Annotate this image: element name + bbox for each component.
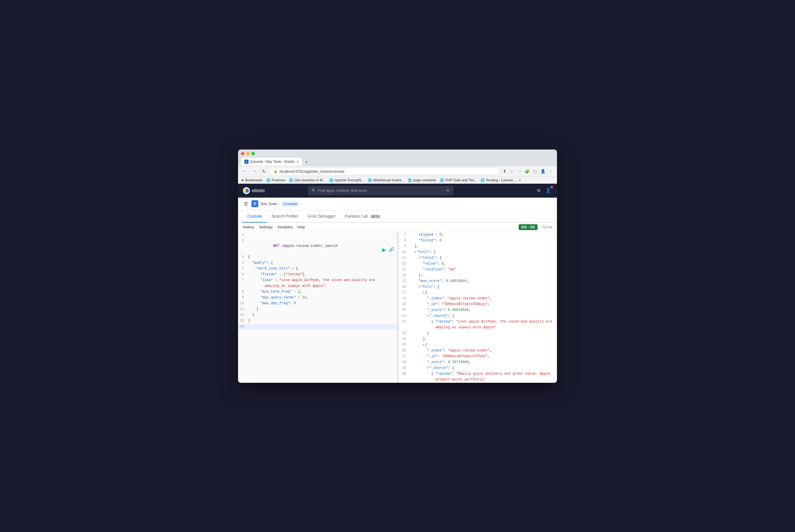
new-tab-button[interactable]: + [303, 158, 310, 166]
output-line-content-23: } [409, 330, 557, 336]
output-line-num-11: 11 [399, 255, 409, 261]
user-menu-button[interactable]: 👤 [544, 187, 552, 194]
bookmark-laravel[interactable]: 🌐 Routing - Laravel... [480, 178, 515, 182]
line-content-13: } [247, 318, 397, 324]
extensions-button[interactable]: ⋯ [516, 168, 522, 175]
tab-search-profiler[interactable]: Search Profiler [267, 210, 303, 223]
bookmark-button[interactable]: ☆ [509, 168, 515, 175]
minimize-window-button[interactable] [246, 152, 249, 155]
output-line-content-22b: amazing as always with Apple" [409, 325, 557, 330]
output-line-num-12: 12 [399, 261, 409, 267]
bookmark-more[interactable]: » [519, 178, 521, 182]
bookmark-tomcat[interactable]: 🌐 Apache Tomcat/5... [329, 178, 365, 182]
line-num-4: 4 [238, 260, 247, 266]
tab-console[interactable]: Console [243, 210, 267, 223]
menu-button[interactable]: ⋮ [548, 168, 554, 175]
output-line-num-7: 7 [399, 232, 409, 238]
bookmark-page-container[interactable]: 🌐 page-container [408, 178, 436, 182]
line-content-5: "more_like_this" : { [247, 266, 397, 271]
bookmark-countries[interactable]: 🌐 Get countries in M... [289, 178, 325, 182]
tab-close-button[interactable]: × [296, 159, 299, 164]
output-line-num-15: 15 [399, 279, 409, 284]
elastic-app: elastic 🔍 Find apps, content, and more. … [238, 184, 557, 383]
browser-tab-active[interactable]: E Console - Dev Tools - Elastic × [241, 158, 302, 166]
bookmark-warehouse-label: Warehouse Invent... [373, 178, 404, 182]
tab-painless-lab[interactable]: Painless Lab BETA [340, 210, 386, 223]
output-line-content-8: "failed": 0 [409, 238, 557, 243]
tab-grok-debugger[interactable]: Grok Debugger [303, 210, 340, 223]
hamburger-button[interactable]: ☰ [243, 200, 249, 208]
tab-bar: E Console - Dev Tools - Elastic × + [241, 158, 554, 166]
output-line-19: 19 "_id": "7DHbkosBIYeptuTSNkzy", [399, 302, 557, 307]
output-line-25: 25 ▼{ [399, 342, 557, 348]
output-line-13: 13 "relation": "eq" [399, 267, 557, 273]
output-line-num-24: 24 [399, 337, 409, 342]
editor-line-2: 2 GET /apple-review-index/_search ▶ 🔗 [238, 238, 397, 255]
output-line-content-25: ▼{ [409, 342, 557, 348]
bookmarks-bar: ★ Bookmarks 🌐 Postman 🌐 Get countries in… [238, 177, 557, 184]
output-line-30b: product works perfectly" [399, 377, 557, 383]
console-toolbar: History Settings Variables Help 200 - OK… [238, 223, 557, 232]
breadcrumb-parent[interactable]: Dev Tools [261, 202, 277, 206]
browser-toolbar: ← → ↻ 🔒 localhost:5701/app/dev_tools#/co… [238, 166, 557, 177]
share-button[interactable]: ⬆ [502, 168, 508, 175]
output-line-26: 26 "_index": "apple-review-index", [399, 348, 557, 354]
editor-panel[interactable]: 1 2 GET /apple-review-index/_search ▶ 🔗 [238, 232, 398, 383]
run-button[interactable]: ▶ [382, 246, 387, 253]
bookmark-php[interactable]: 🌐 PHP Date and Tim... [440, 178, 477, 182]
elastic-logo[interactable]: elastic [243, 187, 265, 194]
puzzle-button[interactable]: 🧩 [524, 168, 531, 175]
output-line-num-21: 21 [399, 313, 409, 319]
editor-line-13: 13 } [238, 318, 397, 324]
history-button[interactable]: History [243, 225, 254, 229]
output-line-10: 10 ▼"hits": { [399, 249, 557, 255]
bookmark-laravel-label: Routing - Laravel... [486, 178, 515, 182]
bookmark-postman[interactable]: 🌐 Postman [266, 178, 285, 182]
line-num-7: 7 [238, 278, 247, 283]
output-line-23: 23 } [399, 330, 557, 337]
line-content-7b: amazing as always with Apple", [247, 283, 397, 289]
bookmark-warehouse[interactable]: 🌐 Warehouse Invent... [368, 178, 404, 182]
console-main: 1 2 GET /apple-review-index/_search ▶ 🔗 [238, 232, 557, 383]
back-button[interactable]: ← [241, 168, 248, 175]
output-line-content-21: ▼"_source": { [409, 313, 557, 319]
elastic-header-actions: ⚙ 👤 [536, 187, 552, 194]
bookmark-postman-label: Postman [272, 178, 285, 182]
bookmark-php-label: PHP Date and Tim... [445, 178, 477, 182]
elastic-search-bar[interactable]: 🔍 Find apps, content, and more. ⌘/ [308, 186, 453, 195]
output-line-content-29: ▼"_source": { [409, 365, 557, 371]
maximize-window-button[interactable] [252, 152, 255, 155]
profile-button[interactable]: 👤 [539, 168, 547, 175]
line-num-2: 2 [238, 238, 247, 243]
output-line-16: 16 ▼"hits": [ [399, 284, 557, 290]
close-window-button[interactable] [241, 152, 244, 155]
sidebar-button[interactable]: ▢ [532, 168, 538, 175]
settings-button[interactable]: ⚙ [536, 187, 542, 194]
variables-button[interactable]: Variables [277, 225, 293, 229]
line-num-12: 12 [238, 312, 247, 318]
output-line-content-28: "_score": 0.38719866, [409, 360, 557, 365]
output-line-content-13: "relation": "eq" [409, 267, 557, 272]
bookmark-favicon-php: 🌐 [440, 178, 444, 182]
output-panel[interactable]: 7 skipped : 0, 8 "failed": 0 9 }, 10 [399, 232, 557, 383]
line-content-7: "like" : "Love apple AirPods, the sound … [247, 278, 397, 283]
line-num-5: 5 [238, 266, 247, 271]
settings-toolbar-button[interactable]: Settings [259, 225, 273, 229]
output-line-num-27: 27 [399, 354, 409, 359]
output-line-num-18: 18 [399, 296, 409, 301]
output-line-content-16: ▼"hits": [ [409, 284, 557, 290]
elastic-header: elastic 🔍 Find apps, content, and more. … [238, 184, 557, 197]
help-button[interactable]: Help [297, 225, 305, 229]
elastic-logo-text: elastic [252, 188, 265, 193]
line-content-10: "max_doc_freq": 5 [247, 301, 397, 306]
refresh-button[interactable]: ↻ [261, 168, 267, 175]
line-content-11: } [247, 307, 397, 312]
output-line-content-19: "_id": "7DHbkosBIYeptuTSNkzy", [409, 302, 557, 307]
copy-as-curl-button[interactable]: 🔗 [388, 246, 395, 253]
output-line-content-30: | "review": "Really quick delivery and g… [409, 371, 557, 377]
output-line-num-26: 26 [399, 348, 409, 354]
forward-button[interactable]: → [251, 168, 258, 175]
line-content-8: "min_term_freq" : 2, [247, 289, 397, 295]
bookmark-bookmarks[interactable]: ★ Bookmarks [241, 178, 263, 182]
address-bar[interactable]: 🔒 localhost:5701/app/dev_tools#/console [270, 168, 500, 175]
